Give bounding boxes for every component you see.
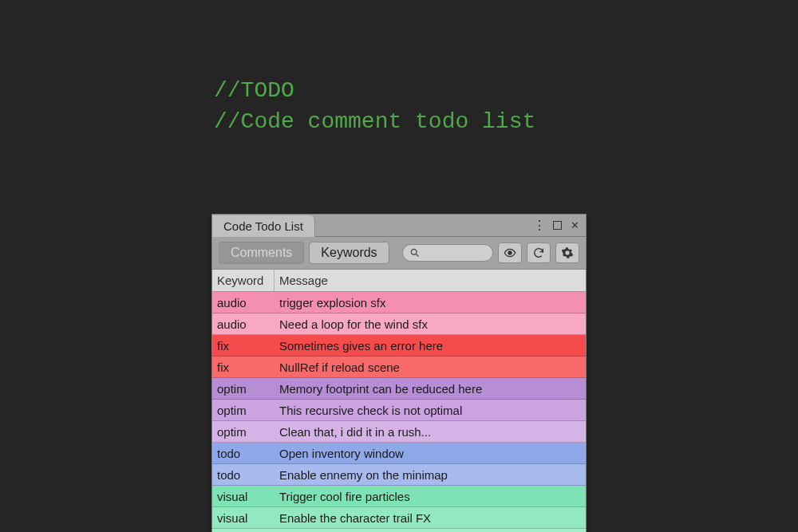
table-body: audiotrigger explosion sfxaudioNeed a lo… — [212, 292, 586, 532]
eye-icon — [504, 246, 516, 259]
header-keyword[interactable]: Keyword — [212, 270, 275, 291]
visibility-button[interactable] — [498, 242, 522, 263]
table-header: Keyword Message — [212, 270, 586, 292]
table-row[interactable]: fixSometimes gives an error here — [212, 335, 586, 357]
svg-point-0 — [411, 249, 417, 254]
toolbar: Comments Keywords — [212, 237, 586, 270]
cell-message: Sometimes gives an error here — [275, 339, 586, 353]
cell-keyword: optim — [212, 404, 275, 417]
cell-message: Memory footprint can be reduced here — [275, 382, 586, 396]
titlebar: Code Todo List — [212, 215, 586, 237]
cell-keyword: audio — [212, 296, 275, 309]
cell-keyword: optim — [212, 382, 275, 396]
titlebar-controls — [533, 215, 586, 236]
table-row[interactable]: visualTrigger cool fire particles — [212, 486, 586, 507]
table-row[interactable]: optimClean that, i did it in a rush... — [212, 421, 586, 443]
refresh-icon — [532, 246, 545, 259]
gear-icon — [561, 246, 574, 259]
tab-keywords-label: Keywords — [321, 246, 377, 259]
tab-keywords[interactable]: Keywords — [309, 242, 389, 264]
cell-keyword: todo — [212, 468, 275, 482]
maximize-button[interactable] — [551, 219, 563, 232]
cell-message: Enable the character trail FX — [275, 511, 586, 525]
window-tab-title[interactable]: Code Todo List — [212, 215, 315, 237]
table-row[interactable]: todoEnable ennemy on the minimap — [212, 464, 586, 486]
cell-message: Trigger cool fire particles — [275, 490, 586, 503]
cell-message: Clean that, i did it in a rush... — [275, 425, 586, 439]
cell-keyword: todo — [212, 447, 275, 460]
cell-message: Enable ennemy on the minimap — [275, 468, 586, 482]
svg-point-2 — [508, 251, 512, 254]
cell-keyword: audio — [212, 317, 275, 331]
table-row[interactable]: audioNeed a loop for the wind sfx — [212, 313, 586, 335]
maximize-icon — [553, 221, 562, 230]
tab-comments[interactable]: Comments — [219, 242, 304, 264]
todo-list-window: Code Todo List Comments Keywords — [211, 214, 587, 532]
header-message[interactable]: Message — [275, 270, 586, 291]
refresh-button[interactable] — [527, 242, 551, 263]
cell-keyword: visual — [212, 490, 275, 503]
cell-message: trigger explosion sfx — [275, 296, 586, 309]
table-row[interactable]: optimMemory footprint can be reduced her… — [212, 378, 586, 400]
cell-keyword: fix — [212, 339, 275, 353]
table-row[interactable]: fixNullRef if reload scene — [212, 357, 586, 378]
window-title-text: Code Todo List — [223, 219, 303, 233]
search-icon — [409, 246, 421, 259]
table-row[interactable]: visualMaybe add some sparks on hit ? — [212, 529, 586, 532]
cell-keyword: fix — [212, 361, 275, 374]
cell-message: Need a loop for the wind sfx — [275, 317, 586, 331]
tab-comments-label: Comments — [231, 246, 292, 259]
cell-message: NullRef if reload scene — [275, 361, 586, 374]
close-button[interactable] — [568, 219, 581, 232]
kebab-menu-icon[interactable] — [533, 219, 546, 232]
table-row[interactable]: audiotrigger explosion sfx — [212, 292, 586, 313]
cell-message: Open inventory window — [275, 447, 586, 460]
cell-message: This recursive check is not optimal — [275, 404, 586, 417]
cell-keyword: optim — [212, 425, 275, 439]
table-row[interactable]: optimThis recursive check is not optimal — [212, 400, 586, 421]
code-line-2: //Code comment todo list — [214, 106, 535, 137]
cell-keyword: visual — [212, 511, 275, 525]
search-input[interactable] — [420, 247, 486, 259]
code-comment-header: //TODO //Code comment todo list — [214, 75, 535, 137]
settings-button[interactable] — [555, 242, 579, 263]
titlebar-spacer — [315, 215, 533, 236]
table-row[interactable]: todoOpen inventory window — [212, 443, 586, 464]
search-box[interactable] — [402, 244, 493, 262]
svg-line-1 — [416, 254, 418, 256]
code-line-1: //TODO — [214, 75, 535, 106]
table-row[interactable]: visualEnable the character trail FX — [212, 507, 586, 529]
